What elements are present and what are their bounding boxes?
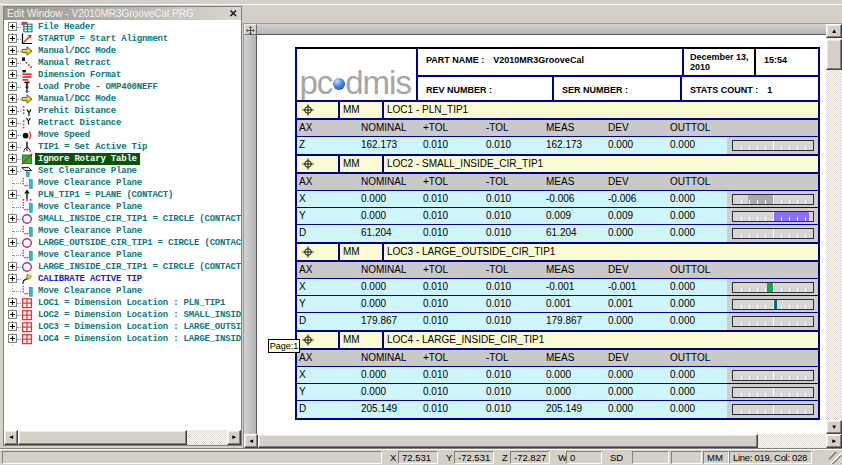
table-row: Y0.0000.0100.0100.0000.0000.000 — [297, 384, 818, 401]
expand-plus-icon[interactable] — [8, 214, 17, 223]
tree-item-set-active-tip[interactable]: TIP1 = Set Active Tip — [4, 141, 241, 153]
column-headers: AXNOMINAL+TOL-TOLMEASDEVOUTTOL — [297, 350, 818, 367]
tree-item-move-speed[interactable]: Move Speed — [4, 129, 241, 141]
close-icon[interactable] — [228, 8, 239, 19]
edit-window-titlebar[interactable]: Edit Window - V2010MR3GrooveCal.PRG — [4, 7, 241, 20]
tree-item-label: CALIBRATE ACTIVE TIP — [35, 273, 145, 285]
tree-item-move-clearance-plane[interactable]: Move Clearance Plane — [4, 201, 241, 213]
expand-plus-icon[interactable] — [8, 70, 17, 79]
table-row: D61.2040.0100.01061.2040.0000.000 — [297, 225, 818, 242]
tree-item-loc3[interactable]: LOC3 = Dimension Location : LARGE_OUTSID… — [4, 321, 241, 333]
tree-item-startup[interactable]: STARTUP = Start Alignment — [4, 33, 241, 45]
tree-item-calibrate-active-tip[interactable]: CALIBRATE ACTIVE TIP — [4, 273, 241, 285]
status-empty-panel — [671, 451, 702, 464]
scroll-up-icon[interactable]: ▲ — [826, 24, 842, 38]
report-canvas[interactable]: pcdmis· PART NAME :V2010MR3GrooveCal Dec… — [257, 35, 826, 434]
expand-plus-icon[interactable] — [8, 262, 17, 271]
set-clearance-plane-icon — [21, 165, 33, 177]
tree-item-manual-dcc-2[interactable]: Manual/DCC Mode — [4, 93, 241, 105]
scroll-down-icon[interactable]: ▼ — [826, 420, 842, 434]
tree-item-file-header[interactable]: File Header — [4, 21, 241, 33]
expand-plus-icon[interactable] — [8, 130, 17, 139]
scroll-left-icon[interactable]: ◄ — [244, 434, 258, 448]
expand-plus-icon[interactable] — [8, 106, 17, 115]
tree-item-label: LOC3 = Dimension Location : LARGE_OUTSID… — [35, 321, 241, 333]
expand-plus-icon[interactable] — [8, 238, 17, 247]
expand-plus-icon[interactable] — [8, 82, 17, 91]
expand-plus-icon[interactable] — [8, 310, 17, 319]
tree-item-move-clearance-plane[interactable]: Move Clearance Plane — [4, 177, 241, 189]
tree-item-pln-tip1[interactable]: PLN_TIP1 = PLANE (CONTACT) — [4, 189, 241, 201]
tree-item-label: LOC1 = Dimension Location : PLN_TIP1 — [35, 297, 228, 309]
tree-item-load-probe[interactable]: Load Probe - OMP400NEFF — [4, 81, 241, 93]
tree-item-ignore-rotary-table[interactable]: Ignore Rotary Table — [4, 153, 241, 165]
expand-plus-icon[interactable] — [8, 334, 17, 343]
move-clearance-plane-icon — [21, 285, 33, 297]
resize-grip[interactable] — [829, 452, 841, 464]
table-row: X0.0000.0100.010-0.006-0.0060.000 — [297, 191, 818, 208]
tree-item-manual-dcc[interactable]: Manual/DCC Mode — [4, 45, 241, 57]
report-section-loc3: MM LOC3 - LARGE_OUTSIDE_CIR_TIP1 AXNOMIN… — [297, 244, 818, 332]
tree-item-label: STARTUP = Start Alignment — [35, 33, 171, 45]
expand-plus-icon[interactable] — [8, 118, 17, 127]
expand-plus-icon[interactable] — [8, 154, 17, 163]
y-coord-label: Y — [446, 452, 452, 464]
tree-item-large-inside-cir[interactable]: LARGE_INSIDE_CIR_TIP1 = CIRCLE (CONTACT — [4, 261, 241, 273]
tree-item-label: LOC2 = Dimension Location : SMALL_INSIDE… — [35, 309, 241, 321]
mode-arrow-icon — [21, 45, 33, 57]
tree-item-dimension-format[interactable]: Dimension Format — [4, 69, 241, 81]
tree-item-move-clearance-plane[interactable]: Move Clearance Plane — [4, 225, 241, 237]
tree-item-move-clearance-plane[interactable]: Move Clearance Plane — [4, 249, 241, 261]
expand-plus-icon[interactable] — [8, 58, 17, 67]
dimension-location-icon — [21, 321, 33, 333]
report-vertical-scrollbar[interactable]: ▲ ▼ — [826, 24, 842, 434]
dimension-location-icon — [21, 333, 33, 345]
expand-plus-icon[interactable] — [8, 166, 17, 175]
calibrate-icon — [21, 273, 33, 285]
scrollbar-thumb[interactable] — [18, 430, 187, 445]
tree-item-label: Move Clearance Plane — [35, 201, 145, 213]
expand-plus-icon[interactable] — [8, 94, 17, 103]
scroll-left-icon[interactable]: ◄ — [4, 430, 18, 445]
expand-plus-icon[interactable] — [8, 274, 17, 283]
tree-item-loc4[interactable]: LOC4 = Dimension Location : LARGE_INSIDE… — [4, 333, 241, 345]
x-coord-value: 72.531 — [398, 451, 438, 464]
column-headers: AXNOMINAL+TOL-TOLMEASDEVOUTTOL — [297, 120, 818, 137]
tree-item-manual-retract[interactable]: Manual Retract — [4, 57, 241, 69]
report-horizontal-scrollbar[interactable]: ◄ ► — [244, 434, 842, 448]
table-row: Y0.0000.0100.0100.0010.0010.000 — [297, 296, 818, 313]
tree-item-set-clearance-plane[interactable]: Set Clearance Plane — [4, 165, 241, 177]
tree-item-large-outside-cir[interactable]: LARGE_OUTSIDE_CIR_TIP1 = CIRCLE (CONTACT — [4, 237, 241, 249]
move-clearance-plane-icon — [21, 249, 33, 261]
tree-item-loc1[interactable]: LOC1 = Dimension Location : PLN_TIP1 — [4, 297, 241, 309]
tree-item-move-clearance-plane[interactable]: Move Clearance Plane — [4, 285, 241, 297]
move-clearance-plane-icon — [21, 177, 33, 189]
tree-item-small-inside-cir[interactable]: SMALL_INSIDE_CIR_TIP1 = CIRCLE (CONTACT — [4, 213, 241, 225]
expand-plus-icon[interactable] — [8, 322, 17, 331]
scrollbar-thumb[interactable] — [258, 434, 758, 448]
deviation-graph — [727, 367, 818, 383]
expand-plus-icon[interactable] — [8, 46, 17, 55]
active-tip-icon — [21, 141, 33, 153]
expand-plus-icon[interactable] — [8, 190, 17, 199]
section-title: LOC4 - LARGE_INSIDE_CIR_TIP1 — [384, 332, 818, 348]
tree-item-loc2[interactable]: LOC2 = Dimension Location : SMALL_INSIDE… — [4, 309, 241, 321]
scrollbar-thumb[interactable] — [826, 39, 842, 70]
caret-position-panel: Line: 019, Col: 028 — [729, 451, 812, 464]
page-badge: Page:1 — [268, 339, 300, 353]
deviation-graph — [727, 137, 818, 154]
expand-plus-icon[interactable] — [8, 22, 17, 31]
retract-distance-icon — [21, 117, 33, 129]
scroll-right-icon[interactable]: ► — [227, 430, 241, 445]
edit-window-horizontal-scrollbar[interactable]: ◄ ► — [4, 430, 241, 445]
edit-window-title: Edit Window - V2010MR3GrooveCal.PRG — [7, 8, 194, 19]
report-section-loc2: MM LOC2 - SMALL_INSIDE_CIR_TIP1 AXNOMINA… — [297, 156, 818, 244]
expand-plus-icon[interactable] — [8, 142, 17, 151]
expand-plus-icon[interactable] — [8, 34, 17, 43]
expand-plus-icon[interactable] — [8, 298, 17, 307]
ruler-corner-button[interactable] — [244, 24, 257, 35]
tree-item-prehit-distance[interactable]: Prehit Distance — [4, 105, 241, 117]
command-tree[interactable]: File Header STARTUP = Start Alignment Ma… — [4, 20, 241, 430]
scroll-right-icon[interactable]: ► — [826, 434, 842, 448]
tree-item-retract-distance[interactable]: Retract Distance — [4, 117, 241, 129]
